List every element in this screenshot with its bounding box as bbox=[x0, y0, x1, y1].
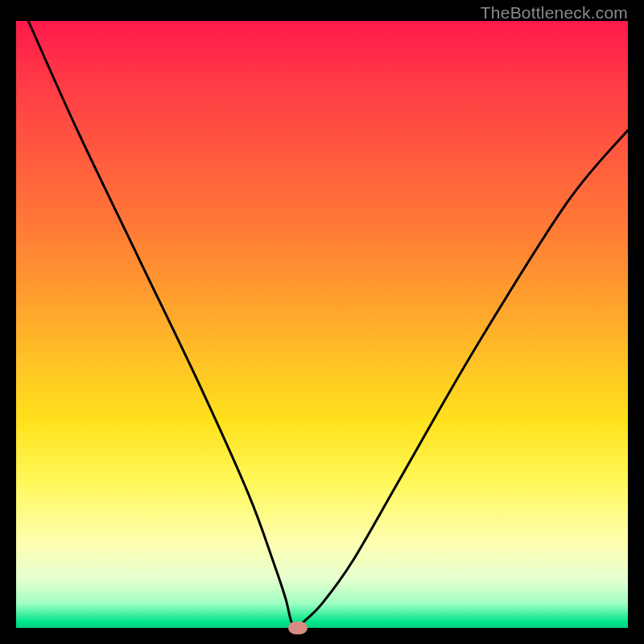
chart-frame: TheBottleneck.com bbox=[0, 0, 644, 644]
curve-svg bbox=[16, 21, 628, 628]
plot-area bbox=[16, 21, 628, 628]
watermark-text: TheBottleneck.com bbox=[481, 3, 628, 23]
optimum-marker bbox=[288, 621, 308, 634]
bottleneck-curve-path bbox=[28, 21, 628, 628]
